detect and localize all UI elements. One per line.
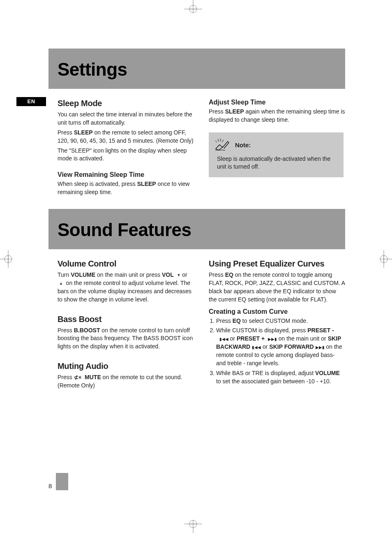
body-text: Press B.BOOST on the remote control to t… — [58, 327, 194, 351]
page-number: 8 — [48, 482, 52, 489]
page-number-decor — [56, 473, 68, 490]
heading-adjust-sleep: Adjust Sleep Time — [209, 99, 345, 106]
body-text: Press ⊄× MUTE on the remote to cut the s… — [58, 373, 194, 390]
body-text: When sleep is activated, press SLEEP onc… — [58, 180, 194, 197]
language-tab: EN — [16, 97, 46, 106]
heading-volume: Volume Control — [58, 259, 194, 269]
up-triangle-icon: ▲ — [59, 281, 63, 285]
col-left: Sleep Mode You can select the time inter… — [58, 95, 194, 198]
col-left: Volume Control Turn VOLUME on the main u… — [58, 256, 194, 392]
manual-page: Settings EN Sleep Mode You can select th… — [0, 0, 392, 533]
heading-muting: Muting Audio — [58, 362, 194, 371]
banner-title: Settings — [48, 59, 345, 80]
step-item: While CUSTOM is displayed, press PRESET … — [216, 327, 345, 367]
cropmark-top — [181, 0, 205, 21]
body-text: Turn VOLUME on the main unit or press VO… — [58, 271, 194, 304]
heading-view-remaining: View Remaining Sleep Time — [58, 171, 194, 178]
section-banner-sound: Sound Features — [48, 209, 345, 249]
down-triangle-icon: ▼ — [177, 273, 180, 277]
page-content: Settings EN Sleep Mode You can select th… — [58, 49, 345, 392]
col-right: Adjust Sleep Time Press SLEEP again when… — [209, 95, 345, 198]
note-text: Sleep is automatically de-activated when… — [214, 155, 338, 171]
heading-bass: Bass Boost — [58, 315, 194, 324]
svg-point-7 — [189, 520, 197, 528]
body-text: Press SLEEP on the remote to select amon… — [58, 129, 194, 145]
col-right: Using Preset Equalizer Curves Press EQ o… — [209, 256, 345, 392]
body-text: The "SLEEP" icon lights on the display w… — [58, 147, 194, 163]
note-label: Note: — [235, 141, 251, 148]
note-header: Note: — [214, 137, 338, 153]
banner-title: Sound Features — [48, 220, 345, 240]
skip-fwd-icon: ▶▶▮ — [316, 345, 325, 350]
hand-writing-icon — [214, 137, 231, 153]
svg-point-17 — [380, 255, 387, 263]
cropmark-bottom — [181, 512, 205, 533]
skip-back-icon: ▮◀◀ — [252, 345, 261, 350]
svg-point-12 — [5, 255, 12, 263]
section-banner-settings: Settings — [48, 49, 345, 89]
step-item: While BAS or TRE is displayed, adjust VO… — [216, 369, 345, 386]
cropmark-left — [0, 247, 21, 271]
settings-columns: EN Sleep Mode You can select the time in… — [58, 95, 345, 198]
mute-icon: ⊄× — [74, 374, 82, 380]
cropmark-right — [371, 247, 392, 271]
sound-features-block: Sound Features Volume Control Turn VOLUM… — [58, 209, 345, 392]
heading-custom-curve: Creating a Custom Curve — [209, 308, 345, 315]
body-text: Press SLEEP again when the remaining sle… — [209, 108, 345, 124]
skip-fwd-icon: ▶▶▮ — [268, 337, 277, 341]
step-item: Press EQ to select CUSTOM mode. — [216, 317, 345, 325]
svg-point-2 — [189, 5, 197, 13]
skip-back-icon: ▮◀◀ — [219, 337, 228, 341]
page-number-block: 8 — [48, 473, 68, 490]
custom-curve-steps: Press EQ to select CUSTOM mode. While CU… — [209, 317, 345, 386]
heading-sleep-mode: Sleep Mode — [58, 99, 194, 108]
sound-columns: Volume Control Turn VOLUME on the main u… — [58, 256, 345, 392]
heading-eq: Using Preset Equalizer Curves — [209, 259, 345, 269]
body-text: You can select the time interval in minu… — [58, 111, 194, 127]
body-text: Press EQ on the remote control to toggle… — [209, 271, 345, 304]
note-callout: Note: Sleep is automatically de-activate… — [209, 132, 344, 177]
